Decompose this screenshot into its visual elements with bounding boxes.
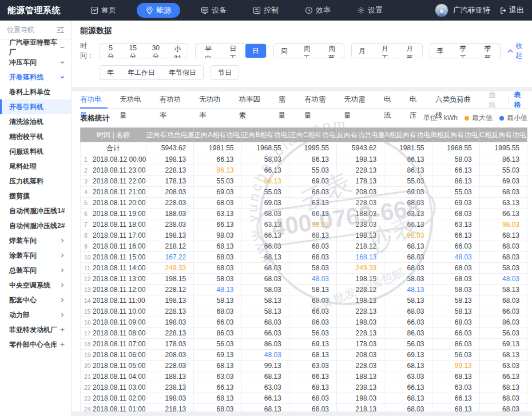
filter-button-月节假日[interactable]: 月节假日 — [398, 44, 422, 58]
nav-item-效率[interactable]: 效率 — [299, 3, 336, 18]
chevron-right-icon — [59, 282, 65, 288]
tab-无功功率[interactable]: 无功功率 — [199, 91, 227, 109]
sidebar-item-中央空调系统[interactable]: 中央空调系统 — [0, 278, 71, 293]
table-row: 172018.08.11 08:00228.1386.0366.0356.032… — [81, 328, 527, 339]
filter-button-季节假日[interactable]: 季节假日 — [475, 44, 500, 58]
tab-有功功率[interactable]: 有功功率 — [160, 91, 187, 109]
tab-需量[interactable]: 需量 — [279, 91, 292, 109]
value-cell: 208.03 — [146, 350, 194, 361]
filter-button-周节假日[interactable]: 周节假日 — [319, 44, 344, 58]
row-number: 22 — [83, 384, 93, 391]
sidebar-item-开卷引料机[interactable]: 开卷引料机 — [0, 99, 71, 114]
sidebar-item-总装车间[interactable]: 总装车间 — [0, 263, 71, 278]
energy-table: 时间 | 名称正向有功总电量正向A相有功电量正向B相有功电量正向C相有功电量反向… — [80, 127, 527, 415]
sidebar-item-零件部中心仓库[interactable]: 零件部中心仓库 — [0, 337, 71, 352]
total-label: 合计 — [81, 142, 146, 154]
sidebar-item-动力部[interactable]: 动力部 — [0, 307, 71, 322]
nav-item-能源[interactable]: 能源 — [137, 3, 180, 18]
value-cell: 66.13 — [289, 209, 336, 219]
value-cell: 99.13 — [432, 361, 479, 371]
sidebar-item-自动伺服冲压线1#[interactable]: 自动伺服冲压线1# — [0, 203, 71, 218]
nav-item-控制[interactable]: 控制 — [247, 3, 284, 18]
nav-item-首页[interactable]: 首页 — [85, 3, 122, 18]
filter-button-季[interactable]: 季 — [430, 44, 451, 58]
filter-button-节日[interactable]: 节日 — [211, 66, 239, 79]
sidebar-item-焊装车间[interactable]: 焊装车间 — [0, 233, 71, 248]
value-cell: 68.13 — [384, 393, 432, 404]
filter-button-周[interactable]: 周 — [274, 44, 295, 58]
sidebar-item-涂装车间[interactable]: 涂装车间 — [0, 248, 71, 263]
value-cell: 68.13 — [194, 361, 241, 371]
filter-icon[interactable] — [57, 27, 64, 33]
sidebar-item-开卷落料线[interactable]: 开卷落料线 — [0, 70, 71, 85]
value-cell: 68.13 — [194, 393, 241, 404]
filter-button-年工作日[interactable]: 年工作日 — [121, 66, 162, 79]
avatar[interactable] — [435, 3, 448, 17]
value-cell: 98.03 — [479, 219, 527, 230]
sidebar-item-精密校平机[interactable]: 精密校平机 — [0, 129, 71, 144]
value-cell: 66.03 — [194, 317, 241, 328]
sidebar-item-摆剪摸[interactable]: 摆剪摸 — [0, 189, 71, 203]
filter-button-年[interactable]: 年 — [100, 66, 121, 79]
filter-button-30分钟[interactable]: 30分钟 — [144, 44, 167, 58]
collapse-link[interactable]: 收起 — [507, 41, 523, 61]
sidebar-item-伺服送料机[interactable]: 伺服送料机 — [0, 144, 71, 159]
value-cell: 63.03 — [384, 371, 432, 382]
value-cell: 58.03 — [432, 285, 479, 295]
sidebar-item-菲亚特发动机厂[interactable]: 菲亚特发动机厂 — [0, 322, 71, 337]
filter-button-月工作日[interactable]: 月工作日 — [372, 44, 397, 58]
filter-button-15分钟[interactable]: 15分钟 — [121, 44, 144, 58]
value-cell: 228.03 — [337, 361, 384, 371]
tab-无功电量[interactable]: 无功电量 — [120, 91, 147, 109]
table-row: 42018.08.11 21:00208.0369.0355.0368.0320… — [81, 187, 527, 198]
value-cell: 66.13 — [432, 165, 479, 176]
value-cell: 68.03 — [479, 404, 527, 415]
row-number: 5 — [83, 199, 93, 206]
filter-group: 年年工作日年节假日 — [100, 65, 204, 80]
logout-button[interactable]: 退出 — [499, 5, 524, 15]
sidebar-item-冲压车间[interactable]: 冲压车间 — [0, 55, 71, 70]
tab-六类负荷曲线[interactable]: 六类负荷曲线 — [435, 91, 477, 109]
nav-item-设备[interactable]: 设备 — [195, 3, 232, 18]
filter-button-月[interactable]: 月 — [352, 44, 372, 58]
value-cell: 63.03 — [289, 361, 336, 371]
nav-item-设置[interactable]: 设置 — [351, 3, 388, 18]
sidebar-item-清洗涂油机[interactable]: 清洗涂油机 — [0, 114, 71, 129]
value-cell: 58.03 — [289, 263, 336, 274]
tab-电压[interactable]: 电压 — [410, 91, 423, 109]
filter-button-5分钟[interactable]: 5分钟 — [100, 44, 121, 58]
filter-button-日[interactable]: 日 — [245, 44, 266, 58]
value-cell: 56.03 — [479, 328, 527, 339]
filter-button-早中晚班[interactable]: 早中晚班 — [196, 44, 220, 58]
value-cell: 58.03 — [479, 263, 527, 274]
row-number: 7 — [83, 221, 93, 228]
filter-button-年节假日[interactable]: 年节假日 — [162, 66, 203, 79]
filter-button-周工作日[interactable]: 周工作日 — [295, 44, 319, 58]
tab-有功需量[interactable]: 有功需量 — [304, 91, 332, 109]
sidebar-item-卷料上料单位[interactable]: 卷料上料单位 — [0, 85, 71, 99]
filter-button-小时[interactable]: 小时 — [167, 44, 188, 58]
view-table-button[interactable]: 表格 — [514, 90, 527, 110]
value-cell: 69.03 — [289, 176, 336, 187]
view-curve-button[interactable]: 曲线 — [489, 90, 502, 110]
sidebar-item-压力机落料[interactable]: 压力机落料 — [0, 174, 71, 189]
value-cell: 66.13 — [479, 371, 527, 382]
tab-功率因素[interactable]: 功率因素 — [239, 91, 266, 109]
sidebar-item-配套中心[interactable]: 配套中心 — [0, 293, 71, 307]
value-cell: 68.03 — [194, 252, 241, 263]
tab-电流[interactable]: 电流 — [384, 91, 398, 109]
value-cell: 98.03 — [194, 230, 241, 241]
filter-button-日工作时[interactable]: 日工作时 — [221, 44, 245, 58]
sidebar-item-自动伺服冲压线2#[interactable]: 自动伺服冲压线2# — [0, 218, 71, 233]
time-cell: 112018.08.11 14:00 — [81, 263, 146, 274]
filter-button-季工作日[interactable]: 季工作日 — [451, 44, 475, 58]
value-cell: 58.03 — [384, 274, 432, 285]
value-cell: 66.13 — [241, 165, 289, 176]
sidebar-item-尾料处理[interactable]: 尾料处理 — [0, 159, 71, 174]
tab-无功需量[interactable]: 无功需量 — [344, 91, 371, 109]
sidebar-item-广汽菲亚特整车厂[interactable]: 广汽菲亚特整车厂 — [0, 40, 71, 55]
panel-title: 能源数据 — [80, 26, 523, 36]
tab-有功电量[interactable]: 有功电量 — [80, 91, 108, 109]
value-cell: 86.03 — [194, 328, 241, 339]
stats-bar: 表格统计 单位：kWh 最大值 最小值 — [80, 109, 527, 127]
